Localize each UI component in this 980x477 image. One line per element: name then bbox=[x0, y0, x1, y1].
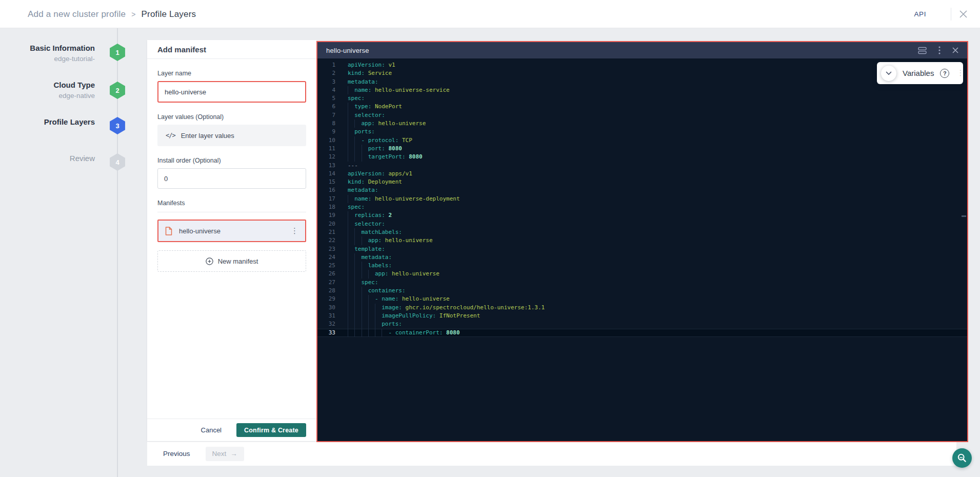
step-badge-1: 1 bbox=[109, 44, 126, 61]
help-icon[interactable]: ? bbox=[940, 69, 949, 78]
chevron-down-icon[interactable] bbox=[881, 66, 896, 81]
layer-name-label: Layer name bbox=[157, 70, 306, 77]
add-manifest-panel: Add manifest Layer name Layer values (Op… bbox=[147, 40, 316, 441]
code-line: 9 ports: bbox=[317, 128, 967, 136]
top-header: Add a new cluster profile > Profile Laye… bbox=[0, 0, 980, 28]
code-line: 14apiVersion: apps/v1 bbox=[317, 170, 967, 178]
code-line: 18spec: bbox=[317, 203, 967, 211]
step-label: Cloud Type bbox=[0, 80, 95, 90]
code-line: 23 template: bbox=[317, 245, 967, 253]
manifest-item-hello-universe[interactable]: hello-universe ⋮ bbox=[157, 220, 306, 242]
code-line: 6 type: NodePort bbox=[317, 103, 967, 111]
file-icon bbox=[165, 227, 172, 235]
step-label: Basic Information bbox=[0, 43, 95, 53]
scrollbar-marker[interactable] bbox=[962, 215, 966, 217]
line-number: 17 bbox=[317, 195, 335, 203]
code-line: 26 app: hello-universe bbox=[317, 270, 967, 278]
line-number: 2 bbox=[317, 69, 335, 77]
stepper-step-cloud-type[interactable]: Cloud Type edge-native 2 bbox=[0, 80, 133, 101]
install-order-input[interactable] bbox=[157, 168, 306, 189]
manifests-divider bbox=[157, 212, 306, 212]
breadcrumb-parent: Add a new cluster profile bbox=[28, 9, 126, 19]
code-line: 12 targetPort: 8080 bbox=[317, 153, 967, 161]
stepper-step-review[interactable]: Review 4 bbox=[0, 153, 133, 164]
line-number: 8 bbox=[317, 120, 335, 128]
code-line: 3metadata: bbox=[317, 78, 967, 86]
line-number: 4 bbox=[317, 86, 335, 94]
breadcrumb: Add a new cluster profile > Profile Laye… bbox=[28, 0, 196, 28]
code-line: 20 selector: bbox=[317, 220, 967, 228]
line-number: 18 bbox=[317, 203, 335, 211]
step-label: Profile Layers bbox=[0, 117, 95, 127]
code-line: 17 name: hello-universe-deployment bbox=[317, 195, 967, 203]
editor-close-icon[interactable] bbox=[952, 47, 958, 53]
code-line: 2kind: Service bbox=[317, 69, 967, 77]
arrow-right-icon: → bbox=[230, 450, 237, 458]
line-number: 3 bbox=[317, 78, 335, 86]
next-button-label: Next bbox=[212, 450, 227, 458]
variables-kebab-icon[interactable]: ⋮ bbox=[955, 69, 965, 77]
step-badge-2: 2 bbox=[109, 82, 126, 99]
plus-icon bbox=[206, 257, 213, 265]
line-number: 11 bbox=[317, 145, 335, 153]
code-line: 15kind: Deployment bbox=[317, 178, 967, 186]
line-number: 23 bbox=[317, 245, 335, 253]
code-line: 24 metadata: bbox=[317, 253, 967, 262]
manifest-editor: hello-universe 1apiVersion: v12kind: Ser… bbox=[316, 41, 968, 442]
help-chat-button[interactable] bbox=[952, 448, 972, 468]
new-manifest-button[interactable]: New manifest bbox=[157, 250, 306, 272]
code-line: 30 image: ghcr.io/spectrocloud/hello-uni… bbox=[317, 304, 967, 312]
stepper-step-profile-layers[interactable]: Profile Layers 3 bbox=[0, 117, 133, 127]
code-editor[interactable]: 1apiVersion: v12kind: Service3metadata:4… bbox=[317, 58, 967, 441]
editor-header: hello-universe bbox=[317, 42, 967, 58]
code-line: 7 selector: bbox=[317, 111, 967, 120]
app: { "header": { "breadcrumb_parent": "Add … bbox=[0, 0, 980, 477]
enter-layer-values-button[interactable]: </> Enter layer values bbox=[157, 125, 306, 146]
breadcrumb-current: Profile Layers bbox=[142, 9, 196, 19]
line-number: 33 bbox=[317, 329, 335, 337]
code-line: 22 app: hello-universe bbox=[317, 236, 967, 245]
step-label: Review bbox=[0, 153, 95, 164]
cancel-button[interactable]: Cancel bbox=[201, 426, 222, 434]
line-number: 13 bbox=[317, 162, 335, 170]
step-sublabel: edge-tutorial- bbox=[0, 54, 95, 64]
code-line: 31 imagePullPolicy: IfNotPresent bbox=[317, 312, 967, 320]
code-lines: 1apiVersion: v12kind: Service3metadata:4… bbox=[317, 61, 967, 337]
previous-button[interactable]: Previous bbox=[163, 450, 190, 458]
code-line: 10 - protocol: TCP bbox=[317, 136, 967, 145]
code-line: 4 name: hello-universe-service bbox=[317, 86, 967, 94]
install-order-label: Install order (Optional) bbox=[157, 157, 306, 164]
line-number: 6 bbox=[317, 103, 335, 111]
code-line: 11 port: 8080 bbox=[317, 145, 967, 153]
code-line: 33 - containerPort: 8080 bbox=[317, 329, 967, 337]
layer-name-input[interactable] bbox=[157, 81, 306, 103]
code-line: 21 matchLabels: bbox=[317, 228, 967, 236]
step-badge-3: 3 bbox=[109, 117, 126, 134]
code-line: 29 - name: hello-universe bbox=[317, 295, 967, 303]
variables-panel: Variables ? ⋮ bbox=[877, 62, 963, 84]
split-view-icon[interactable] bbox=[918, 47, 927, 54]
line-number: 12 bbox=[317, 153, 335, 161]
stepper-step-basic-information[interactable]: Basic Information edge-tutorial- 1 bbox=[0, 43, 133, 64]
manifest-kebab-icon[interactable]: ⋮ bbox=[288, 227, 301, 235]
code-line: 8 app: hello-universe bbox=[317, 120, 967, 128]
line-number: 15 bbox=[317, 178, 335, 186]
line-number: 21 bbox=[317, 228, 335, 236]
code-line: 16metadata: bbox=[317, 186, 967, 194]
new-manifest-label: New manifest bbox=[218, 257, 258, 265]
line-number: 24 bbox=[317, 253, 335, 262]
close-icon[interactable] bbox=[959, 10, 968, 18]
api-button[interactable]: API bbox=[914, 0, 926, 28]
variables-label: Variables bbox=[903, 69, 934, 77]
line-number: 25 bbox=[317, 262, 335, 270]
editor-kebab-icon[interactable] bbox=[938, 46, 941, 54]
line-number: 7 bbox=[317, 111, 335, 120]
code-line: 28 containers: bbox=[317, 287, 967, 295]
code-line: 32 ports: bbox=[317, 320, 967, 328]
line-number: 16 bbox=[317, 186, 335, 194]
line-number: 26 bbox=[317, 270, 335, 278]
layer-values-label: Layer values (Optional) bbox=[157, 113, 306, 121]
next-button[interactable]: Next → bbox=[206, 447, 244, 461]
confirm-create-button[interactable]: Confirm & Create bbox=[236, 423, 306, 437]
magnifier-icon bbox=[957, 453, 967, 463]
